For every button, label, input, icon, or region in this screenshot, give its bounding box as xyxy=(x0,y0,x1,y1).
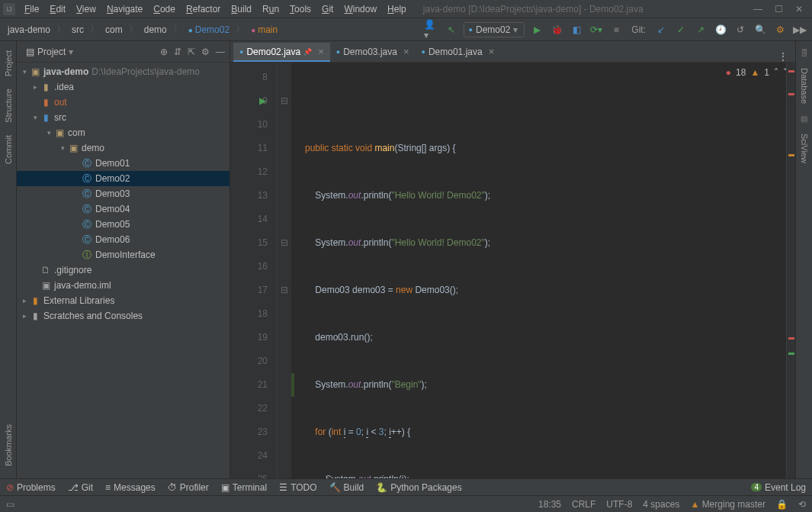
project-view-selector[interactable]: ▤ Project ▾ xyxy=(21,45,78,59)
menu-git[interactable]: Git xyxy=(317,2,338,16)
tool-messages[interactable]: ≡Messages xyxy=(105,482,156,493)
settings-icon[interactable]: ⚙ xyxy=(772,22,788,37)
editor-tab[interactable]: Demo03.java× xyxy=(330,43,416,62)
git-update-icon[interactable]: ↙ xyxy=(653,22,669,37)
tree-folder-src[interactable]: src xyxy=(54,112,66,123)
side-tab-project[interactable]: Project xyxy=(2,44,14,82)
menu-run[interactable]: Run xyxy=(258,2,284,16)
tool-build[interactable]: 🔨Build xyxy=(329,482,364,493)
add-user-icon[interactable]: 👤▾ xyxy=(424,22,439,37)
tree-folder-out[interactable]: out xyxy=(54,97,67,108)
tree-external-libs[interactable]: External Libraries xyxy=(43,295,114,306)
run-with-icon[interactable]: ⟳▾ xyxy=(589,22,604,37)
editor-tab-active[interactable]: Demo02.java📌× xyxy=(233,43,330,62)
tree-root[interactable]: java-demo xyxy=(43,66,88,77)
crumb-class[interactable]: Demo02 xyxy=(185,23,233,37)
status-git-branch[interactable]: ▲ Merging master xyxy=(690,499,765,510)
tool-problems[interactable]: ⊘Problems xyxy=(6,482,56,493)
menu-edit[interactable]: Edit xyxy=(45,2,70,16)
tree-folder-demo[interactable]: demo xyxy=(82,143,104,153)
tab-close-icon[interactable]: × xyxy=(318,46,324,57)
tree-interface[interactable]: DemoInterface xyxy=(95,250,156,260)
editor-tab[interactable]: Demo01.java× xyxy=(416,43,501,62)
lock-icon[interactable]: 🔒 xyxy=(776,499,788,510)
error-stripe[interactable] xyxy=(786,63,795,478)
tree-class[interactable]: Demo01 xyxy=(95,158,130,169)
tree-folder-idea[interactable]: .idea xyxy=(54,82,74,92)
expand-all-icon[interactable]: ⇵ xyxy=(174,47,181,57)
tree-file-gitignore[interactable]: .gitignore xyxy=(54,265,91,275)
search-icon[interactable]: 🔍 xyxy=(753,22,768,37)
status-caret-pos[interactable]: 18:35 xyxy=(538,499,561,510)
status-encoding[interactable]: UTF-8 xyxy=(606,499,632,510)
tool-todo[interactable]: ☰TODO xyxy=(279,482,316,493)
tool-profiler[interactable]: ⏱Profiler xyxy=(168,482,209,493)
tree-folder-com[interactable]: com xyxy=(68,127,85,138)
git-rollback-icon[interactable]: ↺ xyxy=(733,22,748,37)
menu-refactor[interactable]: Refactor xyxy=(181,2,225,16)
menu-help[interactable]: Help xyxy=(383,2,411,16)
code-editor[interactable]: ●18 ▲1 ˄ ˅ 89101112131415161718192021222… xyxy=(230,63,795,478)
menu-view[interactable]: View xyxy=(72,2,101,16)
minimize-icon[interactable]: — xyxy=(753,4,762,14)
ide-actions-icon[interactable]: ▶▶ xyxy=(792,22,807,37)
crumb-project[interactable]: java-demo xyxy=(5,23,53,37)
tree-class[interactable]: Demo05 xyxy=(95,219,130,230)
collapse-all-icon[interactable]: ⇱ xyxy=(188,47,195,57)
tool-git[interactable]: ⎇Git xyxy=(68,482,93,493)
side-tab-database[interactable]: Database xyxy=(798,62,810,110)
crumb-src[interactable]: src xyxy=(69,23,87,37)
status-line-sep[interactable]: CRLF xyxy=(572,499,595,510)
menu-build[interactable]: Build xyxy=(226,2,256,16)
side-tab-sciview[interactable]: SciView xyxy=(798,127,810,169)
tree-class[interactable]: Demo03 xyxy=(95,188,130,199)
crumb-method[interactable]: main xyxy=(248,23,281,37)
status-indent[interactable]: 4 spaces xyxy=(643,499,679,510)
tree-class[interactable]: Demo04 xyxy=(95,204,130,214)
processes-icon[interactable]: ⟲ xyxy=(798,499,806,510)
tool-event-log[interactable]: 4Event Log xyxy=(751,482,806,493)
close-icon[interactable]: ✕ xyxy=(795,4,803,14)
run-icon[interactable]: ▶ xyxy=(529,22,544,37)
git-push-icon[interactable]: ↗ xyxy=(693,22,708,37)
hide-panel-icon[interactable]: — xyxy=(216,47,225,57)
git-commit-icon[interactable]: ✓ xyxy=(673,22,688,37)
crumb-com[interactable]: com xyxy=(102,23,126,37)
menu-file[interactable]: File xyxy=(20,2,43,16)
pin-icon[interactable]: 📌 xyxy=(303,48,312,56)
tree-scratches[interactable]: Scratches and Consoles xyxy=(43,311,143,321)
code-content[interactable]: public static void main(String[] args) {… xyxy=(291,63,786,478)
back-icon[interactable]: ↖ xyxy=(444,22,459,37)
left-tool-stripe: Project Structure Commit Bookmarks xyxy=(0,41,17,478)
project-tree[interactable]: ▾▣java-demoD:\IdeaProjects\java-demo ▸▮.… xyxy=(17,63,229,478)
tree-class[interactable]: Demo06 xyxy=(95,234,130,245)
git-history-icon[interactable]: 🕘 xyxy=(713,22,728,37)
maximize-icon[interactable]: ☐ xyxy=(775,4,783,14)
side-tab-commit[interactable]: Commit xyxy=(2,129,14,170)
tab-close-icon[interactable]: × xyxy=(403,46,409,57)
tree-class-selected[interactable]: Demo02 xyxy=(95,173,130,184)
sci-icon[interactable]: ▤ xyxy=(801,114,807,123)
tab-close-icon[interactable]: × xyxy=(489,46,495,57)
line-gutter[interactable]: 8910111213141516171819202122232425 xyxy=(230,63,278,478)
fold-gutter[interactable]: ⊟⊟⊟ xyxy=(278,63,291,478)
select-opened-icon[interactable]: ⊕ xyxy=(160,47,168,57)
status-widgets-icon[interactable]: ▭ xyxy=(6,499,14,510)
crumb-demo[interactable]: demo xyxy=(141,23,170,37)
run-config-selector[interactable]: Demo02▾ xyxy=(464,22,525,37)
stop-icon[interactable]: ■ xyxy=(608,22,624,37)
side-tab-structure[interactable]: Structure xyxy=(2,82,14,129)
menu-window[interactable]: Window xyxy=(339,2,381,16)
tool-python[interactable]: 🐍Python Packages xyxy=(376,482,461,493)
menu-tools[interactable]: Tools xyxy=(285,2,316,16)
tool-terminal[interactable]: ▣Terminal xyxy=(221,482,267,493)
coverage-icon[interactable]: ◧ xyxy=(569,22,584,37)
menu-code[interactable]: Code xyxy=(149,2,180,16)
debug-icon[interactable]: 🐞 xyxy=(549,22,564,37)
gear-icon[interactable]: ⚙ xyxy=(201,47,210,57)
tree-file-iml[interactable]: java-demo.iml xyxy=(54,280,111,291)
tabs-more-icon[interactable]: ⋮ xyxy=(774,51,792,62)
menu-navigate[interactable]: Navigate xyxy=(102,2,147,16)
side-tab-bookmarks[interactable]: Bookmarks xyxy=(2,418,14,472)
db-icon[interactable]: 🗄 xyxy=(801,49,808,57)
